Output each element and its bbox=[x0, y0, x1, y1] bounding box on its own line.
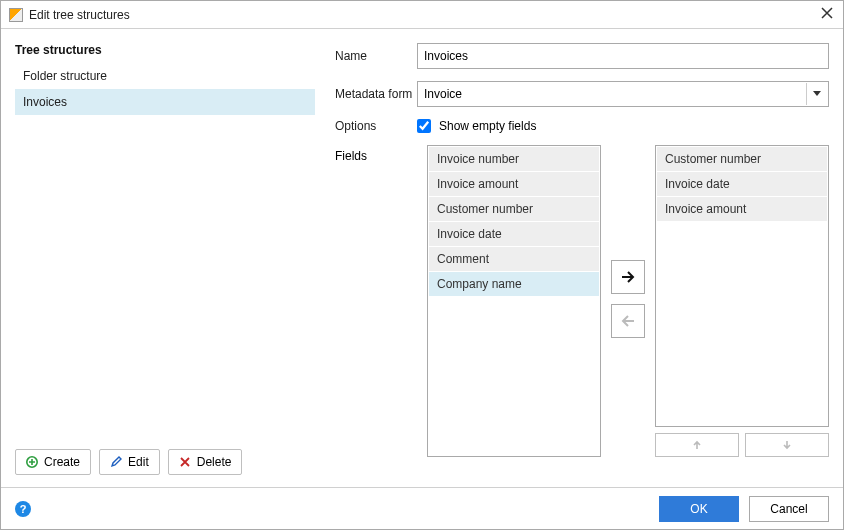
arrow-left-icon bbox=[620, 313, 636, 329]
arrow-down-icon bbox=[782, 440, 792, 450]
create-button[interactable]: Create bbox=[15, 449, 91, 475]
available-fields-list[interactable]: Invoice numberInvoice amountCustomer num… bbox=[427, 145, 601, 457]
dialog-footer: ? OK Cancel bbox=[1, 487, 843, 529]
metadata-label: Metadata form bbox=[335, 87, 417, 101]
available-field-item[interactable]: Company name bbox=[429, 272, 599, 296]
delete-label: Delete bbox=[197, 455, 232, 469]
available-field-item[interactable]: Invoice number bbox=[429, 147, 599, 171]
edit-label: Edit bbox=[128, 455, 149, 469]
tree-item[interactable]: Folder structure bbox=[15, 63, 315, 89]
show-empty-checkbox[interactable] bbox=[417, 119, 431, 133]
move-up-button[interactable] bbox=[655, 433, 739, 457]
options-label: Options bbox=[335, 119, 417, 133]
fields-label: Fields bbox=[335, 145, 417, 163]
available-field-item[interactable]: Comment bbox=[429, 247, 599, 271]
name-label: Name bbox=[335, 49, 417, 63]
show-empty-label: Show empty fields bbox=[439, 119, 536, 133]
pencil-icon bbox=[110, 456, 122, 468]
available-field-item[interactable]: Invoice amount bbox=[429, 172, 599, 196]
app-icon bbox=[9, 8, 23, 22]
move-right-button[interactable] bbox=[611, 260, 645, 294]
ok-button[interactable]: OK bbox=[659, 496, 739, 522]
dialog-window: Edit tree structures Tree structures Fol… bbox=[0, 0, 844, 530]
metadata-value: Invoice bbox=[424, 87, 462, 101]
metadata-select[interactable]: Invoice bbox=[417, 81, 829, 107]
name-input[interactable] bbox=[417, 43, 829, 69]
create-label: Create bbox=[44, 455, 80, 469]
tree-structures-list[interactable]: Folder structureInvoices bbox=[15, 63, 315, 115]
dialog-title: Edit tree structures bbox=[29, 8, 819, 22]
show-empty-checkbox-wrap[interactable]: Show empty fields bbox=[417, 119, 536, 133]
close-icon bbox=[821, 7, 833, 19]
delete-button[interactable]: Delete bbox=[168, 449, 243, 475]
left-panel: Tree structures Folder structureInvoices… bbox=[15, 43, 315, 475]
titlebar: Edit tree structures bbox=[1, 1, 843, 29]
edit-button[interactable]: Edit bbox=[99, 449, 160, 475]
selected-fields-list[interactable]: Customer numberInvoice dateInvoice amoun… bbox=[655, 145, 829, 427]
tree-structures-heading: Tree structures bbox=[15, 43, 315, 57]
close-button[interactable] bbox=[819, 7, 835, 23]
selected-field-item[interactable]: Customer number bbox=[657, 147, 827, 171]
help-button[interactable]: ? bbox=[15, 501, 31, 517]
arrow-right-icon bbox=[620, 269, 636, 285]
cancel-button[interactable]: Cancel bbox=[749, 496, 829, 522]
selected-field-item[interactable]: Invoice date bbox=[657, 172, 827, 196]
arrow-up-icon bbox=[692, 440, 702, 450]
move-left-button[interactable] bbox=[611, 304, 645, 338]
selected-field-item[interactable]: Invoice amount bbox=[657, 197, 827, 221]
plus-circle-icon bbox=[26, 456, 38, 468]
available-field-item[interactable]: Invoice date bbox=[429, 222, 599, 246]
x-icon bbox=[179, 456, 191, 468]
dropdown-caret bbox=[806, 83, 826, 105]
available-field-item[interactable]: Customer number bbox=[429, 197, 599, 221]
chevron-down-icon bbox=[813, 91, 821, 97]
tree-item[interactable]: Invoices bbox=[15, 89, 315, 115]
move-down-button[interactable] bbox=[745, 433, 829, 457]
right-panel: Name Metadata form Invoice Options Show … bbox=[335, 43, 829, 475]
